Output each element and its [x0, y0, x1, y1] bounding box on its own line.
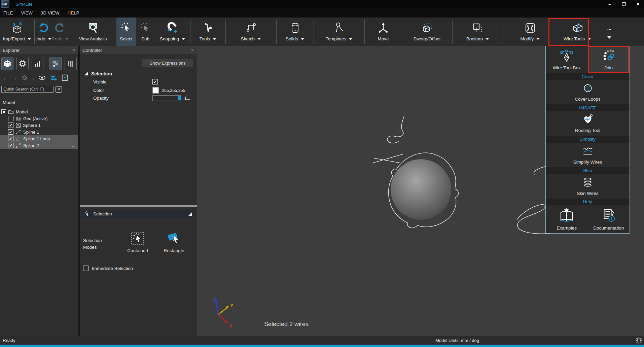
toolbar-modify[interactable]: Modify: [503, 18, 557, 46]
tree-checkbox[interactable]: [1, 109, 6, 114]
controller-title: Controller: [82, 48, 102, 53]
selection-modes-label: Selection Modes: [83, 237, 110, 251]
model-view-button[interactable]: [1, 57, 13, 70]
menu-item-examples[interactable]: Examples: [546, 205, 588, 233]
chevron-down-icon: [65, 38, 69, 40]
home-icon[interactable]: [21, 74, 28, 81]
collapse-all-icon[interactable]: [61, 74, 69, 82]
back-arrow-icon[interactable]: ←: [3, 75, 8, 81]
tree-checkbox[interactable]: [8, 116, 13, 121]
status-ready-text: Ready: [0, 338, 15, 343]
show-expressions-button[interactable]: Show Expressions: [142, 59, 193, 67]
chevron-down-icon: [27, 38, 31, 40]
menu-item-join[interactable]: Join: [588, 46, 630, 73]
properties-view-button[interactable]: [49, 57, 62, 70]
cylinder-icon: [288, 20, 302, 36]
menu-item-cover-loops[interactable]: Cover Loops: [546, 80, 630, 104]
tree-row[interactable]: Grid (Active): [0, 115, 78, 122]
tree-checkbox[interactable]: [8, 123, 13, 128]
busy-spinner-icon: [635, 337, 643, 344]
controller-header: Controller ✕: [80, 46, 197, 54]
axis-z-label: Z: [213, 296, 216, 302]
close-icon[interactable]: ✕: [72, 48, 75, 53]
scroll-to-icon[interactable]: ↓: [32, 75, 35, 81]
opacity-slider-handle[interactable]: [178, 96, 181, 100]
bottom-accent-bar: [0, 345, 644, 347]
tree-row[interactable]: Spline 1 Loop: [0, 135, 78, 142]
import-export-icon: [10, 20, 24, 36]
menu-item-simplify-wires[interactable]: Simplify Wires: [546, 143, 630, 167]
forward-arrow-icon[interactable]: →: [12, 75, 17, 81]
menu-view[interactable]: VIEW: [21, 10, 33, 15]
toolbar-view-analysis[interactable]: View Analysis: [69, 18, 116, 46]
visibility-eye-icon[interactable]: [38, 74, 46, 81]
toolbar-more[interactable]: ...: [598, 18, 621, 46]
tree-checkbox[interactable]: [8, 143, 13, 148]
toolbar-boolean[interactable]: Boolean: [453, 18, 503, 46]
close-button[interactable]: ✕: [635, 2, 641, 7]
mode-contained-button[interactable]: Contained: [124, 231, 151, 253]
toolbar-select[interactable]: Select: [116, 18, 136, 46]
toolbar-tools[interactable]: Tools: [190, 18, 225, 46]
opacity-slider[interactable]: [152, 95, 181, 101]
restore-button[interactable]: ❐: [621, 2, 627, 7]
immediate-selection-row[interactable]: Immediate Selection: [83, 266, 133, 271]
search-clear-button[interactable]: ✕: [56, 86, 62, 93]
toolbar-snapping[interactable]: Snapping: [155, 18, 190, 46]
svg-text:i: i: [611, 216, 612, 221]
chevron-down-icon: [48, 38, 52, 40]
menu-file[interactable]: FILE: [3, 10, 13, 15]
immediate-selection-checkbox[interactable]: [83, 266, 88, 271]
visible-checkbox[interactable]: [152, 79, 158, 84]
tree-row[interactable]: Spline 2 ←: [0, 142, 78, 149]
selection-group-header[interactable]: Selection: [84, 71, 112, 76]
toolbar-imp-export[interactable]: Imp/Export: [0, 18, 34, 46]
expand-triangle-icon: [84, 72, 88, 75]
simulation-view-button[interactable]: [16, 57, 29, 70]
menu-item-wire-tool-box[interactable]: Wire Tool Box: [546, 46, 588, 73]
bar-chart-icon: [33, 60, 41, 68]
color-property-row: Color 255,255,255: [93, 87, 185, 94]
menu-help[interactable]: HELP: [68, 10, 79, 15]
toolbar-redo[interactable]: Redo: [51, 18, 69, 46]
menu-3d-view[interactable]: 3D VIEW: [41, 10, 60, 15]
toolbar-move[interactable]: Move: [365, 18, 402, 46]
skin-wires-icon: [580, 177, 595, 188]
wire-tool-box-icon: [559, 49, 574, 63]
search-input[interactable]: [1, 86, 53, 93]
toolbar-solids[interactable]: Solids: [277, 18, 314, 46]
controller-splitter[interactable]: [80, 205, 197, 207]
tools-icon: [201, 20, 215, 36]
color-swatch[interactable]: [152, 87, 159, 94]
mode-rectangle-button[interactable]: Rectangle: [160, 231, 187, 253]
menu-item-routing-tool[interactable]: Routing Tool: [546, 111, 630, 136]
toolbar-undo[interactable]: Undo: [35, 18, 51, 46]
toolbar-wire-tools[interactable]: Wire Tools: [557, 18, 598, 46]
zoom-to-selection-icon[interactable]: [49, 74, 58, 81]
sliders-icon: [51, 60, 60, 68]
toolbar-sub-select[interactable]: Sub: [136, 18, 155, 46]
tree-checkbox[interactable]: [8, 129, 13, 135]
hierarchy-view-button[interactable]: [65, 57, 77, 70]
chevron-down-icon: [349, 38, 353, 40]
tree-row[interactable]: Spline 1: [0, 129, 78, 135]
tree-row[interactable]: Sphere 1: [0, 122, 78, 129]
toolbar-templates[interactable]: Templates: [314, 18, 364, 46]
sketch-icon: [244, 20, 258, 36]
viewport-status-text: Selected 2 wires: [264, 321, 309, 328]
sub-select-cursor-icon: [139, 20, 152, 36]
routing-tool-icon: [580, 114, 595, 125]
sphere-object[interactable]: [391, 159, 451, 220]
folder-icon: [8, 109, 14, 114]
tree-row[interactable]: Model: [0, 108, 78, 115]
menu-item-documentation[interactable]: i Documentation: [588, 205, 630, 233]
menu-item-skin-wires[interactable]: Skin Wires: [546, 174, 630, 199]
minimize-button[interactable]: –: [607, 2, 612, 7]
documentation-icon: i: [601, 208, 616, 223]
toolbar-sketch[interactable]: Sketch: [226, 18, 276, 46]
analysis-view-button[interactable]: [32, 57, 44, 70]
tree-checkbox[interactable]: [8, 136, 13, 141]
close-icon[interactable]: ✕: [191, 48, 194, 53]
toolbar-sweep-offset[interactable]: Sweep/Offset: [402, 18, 452, 46]
selection-section-bar[interactable]: Selection: [81, 210, 195, 218]
